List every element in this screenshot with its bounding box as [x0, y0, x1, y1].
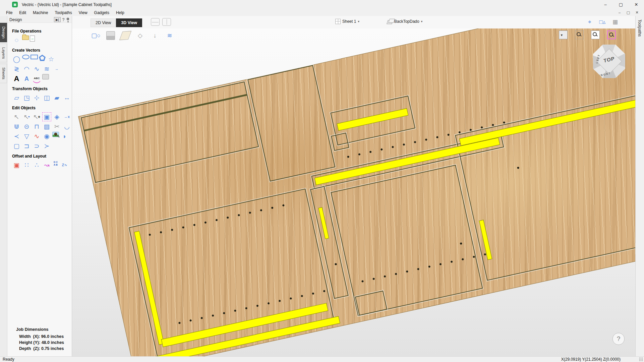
toggle-wireframe-icon[interactable]: ◇ [136, 31, 144, 40]
sheet-selector[interactable]: Sheet 1 ▾ [335, 19, 359, 24]
panel-help-icon[interactable]: ? [61, 17, 66, 22]
open-file-icon[interactable] [22, 36, 29, 40]
draw-polygon-icon[interactable] [39, 55, 46, 61]
hatch-fill-icon[interactable]: ▨ [42, 122, 51, 131]
help-button[interactable]: ? [612, 333, 625, 345]
menu-item[interactable]: Machine [30, 10, 51, 16]
smart-snapping-icon[interactable]: □▵ [598, 18, 606, 26]
draw-circle-icon[interactable]: ◯ [12, 55, 21, 64]
nesting-icon[interactable] [52, 161, 59, 167]
close-button[interactable]: ✕ [629, 0, 644, 9]
toggle-bitmaps-icon[interactable] [106, 31, 115, 40]
node-edit-tool-icon[interactable]: ↖ [22, 112, 31, 121]
move-selection-icon[interactable]: ▱ [12, 93, 21, 102]
menu-item[interactable]: Help [113, 10, 128, 16]
select-tool-icon[interactable]: ↖ [12, 112, 21, 121]
mdi-minimize-button[interactable]: – [616, 10, 623, 15]
draw-arc-icon[interactable]: ◠ [22, 64, 31, 73]
mirror-icon[interactable]: ◫ [42, 93, 51, 102]
copy-along-vectors-icon[interactable]: ↝ [42, 161, 51, 170]
view-down-z-icon[interactable] [559, 31, 568, 39]
draw-polyline-icon[interactable]: ≷ [12, 64, 21, 73]
grid-snap-icon[interactable]: ▦ [611, 18, 619, 26]
minimize-button[interactable]: – [598, 0, 613, 9]
align-objects-icon[interactable]: ↔ [62, 93, 71, 102]
draw-dimension-icon[interactable]: ↔ [52, 64, 61, 73]
close-vector-icon[interactable]: ◗ [60, 132, 69, 141]
box-select-icon[interactable]: ▣ [42, 112, 51, 121]
split-horizontal-icon[interactable] [151, 18, 160, 26]
draw-rectangle-icon[interactable] [31, 55, 38, 59]
subtract-vectors-icon[interactable]: ⊝ [22, 122, 31, 131]
design-panel-header: Design ▶| ? [7, 16, 72, 23]
distort-icon[interactable]: ▰ [52, 93, 61, 102]
pin-icon[interactable] [67, 18, 69, 20]
zoom-to-drawing-icon[interactable] [591, 31, 600, 39]
circular-copy-icon[interactable]: ∴ [32, 161, 41, 170]
panel-collapse-button[interactable]: ▶| [54, 17, 61, 22]
fillet-corner-icon[interactable]: ≺ [12, 132, 21, 141]
mdi-restore-button[interactable]: ▢ [625, 10, 632, 15]
sheet-grid-icon [335, 19, 341, 24]
panel-outline [81, 81, 259, 183]
chamfer-corners-icon[interactable]: ≻ [42, 141, 51, 150]
zoom-to-selection-icon[interactable] [575, 31, 584, 39]
offset-selected-icon[interactable]: ◉ [42, 132, 51, 141]
side-tab[interactable]: Sheets [0, 64, 7, 83]
maximize-button[interactable]: ▢ [613, 0, 629, 9]
tab-toolpaths[interactable]: Toolpaths [636, 16, 644, 40]
menu-item[interactable]: Toolpaths [51, 10, 75, 16]
split-vertical-icon[interactable] [162, 18, 171, 26]
mdi-close-button[interactable]: ✕ [633, 10, 641, 15]
menu-item[interactable]: Gadgets [91, 10, 113, 16]
toolpath-selector[interactable]: BackTopDado ▾ [387, 19, 422, 24]
draw-star-icon[interactable]: ☆ [47, 55, 56, 64]
draw-texture-icon[interactable]: ≋ [42, 64, 51, 73]
trim-vectors-icon[interactable]: ✂ [52, 122, 61, 131]
view-tab[interactable]: 2D View [91, 18, 116, 27]
round-corners-icon[interactable]: ▢ [12, 141, 21, 150]
create-text-icon[interactable]: A [12, 74, 21, 83]
draw-curve-icon[interactable]: ∿ [32, 64, 41, 73]
offset-vectors-icon[interactable]: ▣ [12, 161, 21, 170]
import-vectors-icon[interactable] [30, 36, 35, 42]
join-vectors-icon[interactable]: ⊐ [22, 141, 31, 150]
toggle-toolpaths-icon[interactable]: ≋ [165, 31, 174, 40]
trace-bitmap-icon[interactable] [42, 74, 49, 79]
resize-grip-icon[interactable] [639, 357, 643, 361]
intersect-vectors-icon[interactable]: ⊓ [32, 122, 41, 131]
toggle-vectors-icon[interactable]: ▢○ [92, 31, 100, 40]
zigzag-gadget-icon[interactable]: Z∿ [60, 161, 69, 170]
view-cube[interactable]: TOP FRONT LEFT [593, 45, 625, 78]
snap-geometry-icon[interactable]: ⌖ [586, 18, 594, 26]
center-in-material-icon[interactable]: ⊹ [32, 93, 41, 102]
sharpen-corner-icon[interactable]: ▽ [22, 132, 31, 141]
draw-ellipse-icon[interactable] [22, 55, 30, 59]
sheet-selector-label: Sheet 1 [342, 19, 356, 24]
toggle-origin-axes-icon[interactable]: ↓ [151, 31, 159, 40]
create-text-block-icon[interactable]: A [22, 74, 31, 83]
menu-item[interactable]: Edit [16, 10, 30, 16]
toggle-material-icon[interactable] [119, 31, 131, 40]
weld-vectors-icon[interactable]: ⋓ [12, 122, 21, 131]
zoom-box-icon[interactable] [607, 31, 616, 39]
measure-tool-icon[interactable]: ↔x [62, 112, 71, 121]
set-size-icon[interactable]: ◳ [22, 93, 31, 102]
viewport-3d[interactable]: ▢○◇↓≋ [72, 28, 635, 356]
window-title: Vectric - {Vectric Ltd} - [Sample Cabine… [22, 2, 112, 7]
text-on-curve-icon[interactable]: ABC [32, 74, 41, 83]
job-setup-icon[interactable]: ◌ [12, 36, 21, 45]
fit-curve-icon[interactable]: ∿ [32, 132, 41, 141]
view-tab[interactable]: 3D View [116, 18, 142, 27]
weld-shapes-icon[interactable]: ◈ [52, 112, 61, 121]
extend-vectors-icon[interactable]: ⊃ [32, 141, 41, 150]
array-copy-icon[interactable]: ∷ [22, 161, 31, 170]
interactive-move-tool-icon[interactable]: ↖ [32, 112, 41, 121]
application-window: ▣ Vectric - {Vectric Ltd} - [Sample Cabi… [0, 0, 644, 362]
arc-fit-icon[interactable]: ◡ [62, 122, 71, 131]
menu-item[interactable]: View [75, 10, 91, 16]
menu-item[interactable]: File [3, 10, 16, 16]
side-tab[interactable]: Design [0, 23, 7, 42]
edit-picture-icon[interactable] [52, 132, 59, 137]
side-tab[interactable]: Layers [0, 44, 7, 63]
